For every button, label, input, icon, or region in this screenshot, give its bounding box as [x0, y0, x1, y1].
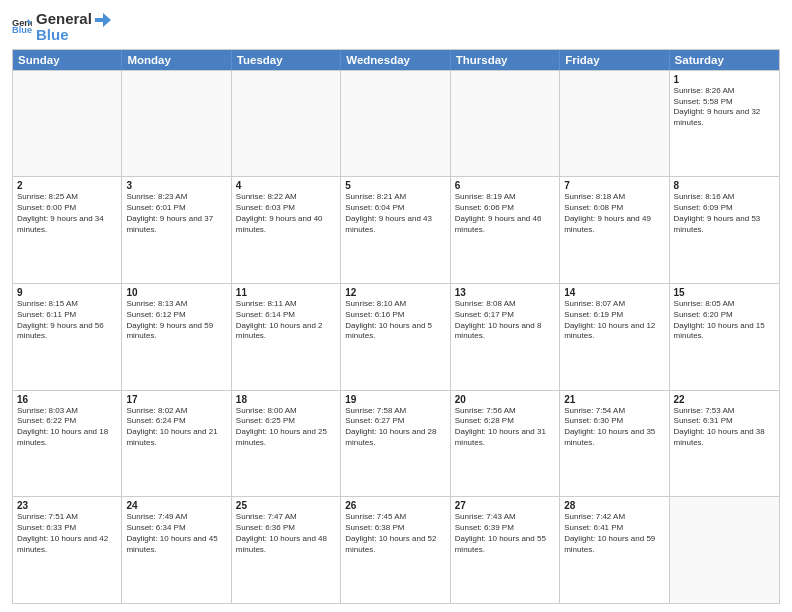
week-row-1: 1Sunrise: 8:26 AM Sunset: 5:58 PM Daylig… [13, 70, 779, 177]
day-number: 13 [455, 287, 555, 298]
day-cell-empty-0-0 [13, 71, 122, 177]
day-info: Sunrise: 7:49 AM Sunset: 6:34 PM Dayligh… [126, 512, 226, 555]
day-info: Sunrise: 7:47 AM Sunset: 6:36 PM Dayligh… [236, 512, 336, 555]
day-number: 4 [236, 180, 336, 191]
day-info: Sunrise: 7:56 AM Sunset: 6:28 PM Dayligh… [455, 406, 555, 449]
day-cell-4: 4Sunrise: 8:22 AM Sunset: 6:03 PM Daylig… [232, 177, 341, 283]
day-cell-25: 25Sunrise: 7:47 AM Sunset: 6:36 PM Dayli… [232, 497, 341, 603]
day-cell-9: 9Sunrise: 8:15 AM Sunset: 6:11 PM Daylig… [13, 284, 122, 390]
day-header-thursday: Thursday [451, 50, 560, 70]
day-info: Sunrise: 8:02 AM Sunset: 6:24 PM Dayligh… [126, 406, 226, 449]
day-cell-21: 21Sunrise: 7:54 AM Sunset: 6:30 PM Dayli… [560, 391, 669, 497]
day-info: Sunrise: 7:43 AM Sunset: 6:39 PM Dayligh… [455, 512, 555, 555]
day-info: Sunrise: 8:18 AM Sunset: 6:08 PM Dayligh… [564, 192, 664, 235]
day-number: 5 [345, 180, 445, 191]
day-cell-12: 12Sunrise: 8:10 AM Sunset: 6:16 PM Dayli… [341, 284, 450, 390]
day-header-sunday: Sunday [13, 50, 122, 70]
day-number: 28 [564, 500, 664, 511]
day-cell-2: 2Sunrise: 8:25 AM Sunset: 6:00 PM Daylig… [13, 177, 122, 283]
day-cell-22: 22Sunrise: 7:53 AM Sunset: 6:31 PM Dayli… [670, 391, 779, 497]
day-info: Sunrise: 8:05 AM Sunset: 6:20 PM Dayligh… [674, 299, 775, 342]
day-cell-14: 14Sunrise: 8:07 AM Sunset: 6:19 PM Dayli… [560, 284, 669, 390]
day-info: Sunrise: 8:25 AM Sunset: 6:00 PM Dayligh… [17, 192, 117, 235]
day-number: 15 [674, 287, 775, 298]
day-header-wednesday: Wednesday [341, 50, 450, 70]
svg-text:Blue: Blue [12, 26, 32, 36]
day-cell-24: 24Sunrise: 7:49 AM Sunset: 6:34 PM Dayli… [122, 497, 231, 603]
day-info: Sunrise: 8:26 AM Sunset: 5:58 PM Dayligh… [674, 86, 775, 129]
page: General Blue General Blue SundayMondayTu… [0, 0, 792, 612]
logo-icon: General Blue [12, 16, 32, 36]
week-row-4: 16Sunrise: 8:03 AM Sunset: 6:22 PM Dayli… [13, 390, 779, 497]
logo-arrow-icon [93, 11, 111, 29]
day-info: Sunrise: 8:16 AM Sunset: 6:09 PM Dayligh… [674, 192, 775, 235]
day-number: 20 [455, 394, 555, 405]
day-cell-3: 3Sunrise: 8:23 AM Sunset: 6:01 PM Daylig… [122, 177, 231, 283]
day-number: 17 [126, 394, 226, 405]
day-cell-10: 10Sunrise: 8:13 AM Sunset: 6:12 PM Dayli… [122, 284, 231, 390]
day-info: Sunrise: 7:42 AM Sunset: 6:41 PM Dayligh… [564, 512, 664, 555]
day-info: Sunrise: 8:23 AM Sunset: 6:01 PM Dayligh… [126, 192, 226, 235]
day-cell-7: 7Sunrise: 8:18 AM Sunset: 6:08 PM Daylig… [560, 177, 669, 283]
day-number: 1 [674, 74, 775, 85]
day-cell-16: 16Sunrise: 8:03 AM Sunset: 6:22 PM Dayli… [13, 391, 122, 497]
day-number: 24 [126, 500, 226, 511]
day-header-monday: Monday [122, 50, 231, 70]
header: General Blue General Blue [12, 10, 780, 43]
day-number: 2 [17, 180, 117, 191]
day-number: 11 [236, 287, 336, 298]
day-number: 14 [564, 287, 664, 298]
day-info: Sunrise: 8:22 AM Sunset: 6:03 PM Dayligh… [236, 192, 336, 235]
week-row-5: 23Sunrise: 7:51 AM Sunset: 6:33 PM Dayli… [13, 496, 779, 603]
day-info: Sunrise: 7:53 AM Sunset: 6:31 PM Dayligh… [674, 406, 775, 449]
day-number: 8 [674, 180, 775, 191]
day-info: Sunrise: 8:21 AM Sunset: 6:04 PM Dayligh… [345, 192, 445, 235]
day-cell-20: 20Sunrise: 7:56 AM Sunset: 6:28 PM Dayli… [451, 391, 560, 497]
logo: General Blue General Blue [12, 10, 112, 43]
day-cell-empty-0-3 [341, 71, 450, 177]
calendar-header: SundayMondayTuesdayWednesdayThursdayFrid… [13, 50, 779, 70]
day-number: 26 [345, 500, 445, 511]
day-cell-13: 13Sunrise: 8:08 AM Sunset: 6:17 PM Dayli… [451, 284, 560, 390]
day-number: 10 [126, 287, 226, 298]
day-cell-6: 6Sunrise: 8:19 AM Sunset: 6:06 PM Daylig… [451, 177, 560, 283]
day-number: 25 [236, 500, 336, 511]
day-info: Sunrise: 8:11 AM Sunset: 6:14 PM Dayligh… [236, 299, 336, 342]
day-cell-empty-4-6 [670, 497, 779, 603]
day-number: 19 [345, 394, 445, 405]
day-info: Sunrise: 8:03 AM Sunset: 6:22 PM Dayligh… [17, 406, 117, 449]
day-cell-23: 23Sunrise: 7:51 AM Sunset: 6:33 PM Dayli… [13, 497, 122, 603]
day-number: 16 [17, 394, 117, 405]
day-cell-27: 27Sunrise: 7:43 AM Sunset: 6:39 PM Dayli… [451, 497, 560, 603]
day-cell-26: 26Sunrise: 7:45 AM Sunset: 6:38 PM Dayli… [341, 497, 450, 603]
day-cell-8: 8Sunrise: 8:16 AM Sunset: 6:09 PM Daylig… [670, 177, 779, 283]
day-cell-empty-0-5 [560, 71, 669, 177]
day-info: Sunrise: 8:13 AM Sunset: 6:12 PM Dayligh… [126, 299, 226, 342]
day-info: Sunrise: 8:15 AM Sunset: 6:11 PM Dayligh… [17, 299, 117, 342]
day-number: 9 [17, 287, 117, 298]
day-number: 27 [455, 500, 555, 511]
calendar-body: 1Sunrise: 8:26 AM Sunset: 5:58 PM Daylig… [13, 70, 779, 603]
day-info: Sunrise: 8:08 AM Sunset: 6:17 PM Dayligh… [455, 299, 555, 342]
day-number: 21 [564, 394, 664, 405]
day-cell-19: 19Sunrise: 7:58 AM Sunset: 6:27 PM Dayli… [341, 391, 450, 497]
day-number: 12 [345, 287, 445, 298]
day-header-tuesday: Tuesday [232, 50, 341, 70]
day-info: Sunrise: 8:00 AM Sunset: 6:25 PM Dayligh… [236, 406, 336, 449]
day-cell-empty-0-4 [451, 71, 560, 177]
day-cell-17: 17Sunrise: 8:02 AM Sunset: 6:24 PM Dayli… [122, 391, 231, 497]
day-number: 23 [17, 500, 117, 511]
day-cell-empty-0-2 [232, 71, 341, 177]
day-cell-18: 18Sunrise: 8:00 AM Sunset: 6:25 PM Dayli… [232, 391, 341, 497]
day-info: Sunrise: 7:45 AM Sunset: 6:38 PM Dayligh… [345, 512, 445, 555]
week-row-2: 2Sunrise: 8:25 AM Sunset: 6:00 PM Daylig… [13, 176, 779, 283]
day-info: Sunrise: 7:54 AM Sunset: 6:30 PM Dayligh… [564, 406, 664, 449]
day-info: Sunrise: 8:19 AM Sunset: 6:06 PM Dayligh… [455, 192, 555, 235]
day-info: Sunrise: 8:10 AM Sunset: 6:16 PM Dayligh… [345, 299, 445, 342]
day-cell-1: 1Sunrise: 8:26 AM Sunset: 5:58 PM Daylig… [670, 71, 779, 177]
day-cell-5: 5Sunrise: 8:21 AM Sunset: 6:04 PM Daylig… [341, 177, 450, 283]
day-cell-15: 15Sunrise: 8:05 AM Sunset: 6:20 PM Dayli… [670, 284, 779, 390]
svg-marker-3 [95, 13, 111, 27]
day-number: 6 [455, 180, 555, 191]
day-header-friday: Friday [560, 50, 669, 70]
